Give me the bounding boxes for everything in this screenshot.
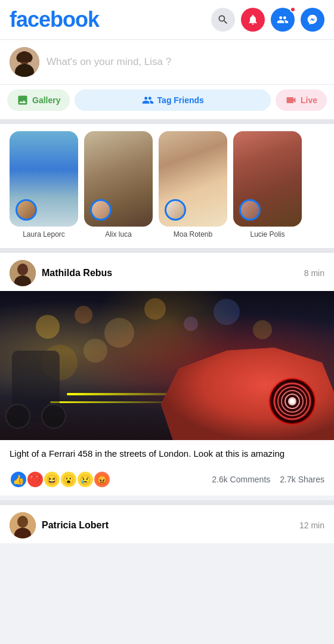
post-avatar (10, 260, 36, 286)
reaction-stats: 2.6k Comments 2.7k Shares (212, 475, 324, 484)
messenger-button[interactable] (301, 8, 324, 32)
next-post-username: Patricia Lobert (42, 520, 109, 531)
story-item[interactable]: Laura Leporc (10, 131, 78, 239)
story-avatar (16, 199, 37, 221)
story-name: Alix luca (105, 230, 132, 239)
story-name: Moa Rotenb (174, 230, 212, 239)
status-input[interactable]: What's on your mind, Lisa ? (47, 56, 324, 68)
story-card[interactable] (233, 131, 302, 227)
post-card: Mathilda Rebus 8 min (0, 253, 334, 496)
post-caption: Light of a Ferrari 458 in the streets of… (0, 440, 334, 467)
facebook-logo: facebook (10, 7, 99, 32)
story-avatar (90, 199, 112, 221)
haha-reaction[interactable]: 😆 (43, 470, 61, 488)
comments-count: 2.6k Comments (212, 475, 270, 484)
story-item[interactable]: Lucie Polis (233, 131, 302, 239)
stories-row: Laura Leporc Alix luca Moa Rotenb Lucie … (0, 131, 334, 239)
svg-point-6 (36, 315, 60, 339)
story-name: Lucie Polis (250, 230, 284, 239)
gallery-label: Gallery (32, 95, 60, 105)
story-name: Laura Leporc (23, 230, 65, 239)
avatar-silhouette (10, 47, 39, 77)
post-image (0, 291, 334, 440)
next-post-avatar-image (10, 512, 36, 538)
status-bar: What's on your mind, Lisa ? (0, 40, 334, 85)
notifications-button[interactable] (241, 8, 265, 32)
video-icon (285, 94, 297, 106)
header-icon-group (211, 8, 324, 32)
search-icon (217, 14, 229, 26)
next-post-user: Patricia Lobert (10, 512, 109, 538)
post-time: 8 min (304, 268, 324, 278)
post-username: Mathilda Rebus (42, 268, 112, 278)
car-scene (0, 291, 334, 440)
reaction-emojis: 👍 ❤️ 😆 😮 😢 😡 (10, 470, 111, 488)
avatar-image (10, 47, 39, 77)
shares-count: 2.7k Shares (280, 475, 324, 484)
user-avatar (10, 47, 39, 77)
story-card[interactable] (84, 131, 153, 227)
next-post-time: 12 min (299, 521, 324, 530)
post-header: Mathilda Rebus 8 min (0, 253, 334, 291)
story-card[interactable] (159, 131, 227, 227)
tag-friends-button[interactable]: Tag Friends (75, 89, 271, 111)
reactions-bar: 👍 ❤️ 😆 😮 😢 😡 2.6k Comments 2.7k Shares (0, 467, 334, 496)
story-card[interactable] (10, 131, 78, 227)
svg-point-7 (75, 306, 92, 324)
angry-reaction[interactable]: 😡 (93, 470, 111, 488)
stories-section: Laura Leporc Alix luca Moa Rotenb Lucie … (0, 124, 334, 253)
action-bar: Gallery Tag Friends Live (0, 85, 334, 124)
bell-icon (247, 14, 259, 26)
wow-reaction[interactable]: 😮 (60, 470, 78, 488)
svg-point-16 (6, 404, 30, 428)
svg-point-8 (104, 318, 134, 348)
search-button[interactable] (211, 8, 235, 32)
gallery-icon (17, 94, 29, 106)
svg-point-25 (290, 399, 295, 404)
ferrari-car (143, 309, 334, 440)
svg-point-17 (42, 404, 66, 428)
story-avatar (239, 199, 261, 221)
live-button[interactable]: Live (276, 89, 327, 111)
tag-icon (142, 94, 154, 106)
sad-reaction[interactable]: 😢 (76, 470, 94, 488)
next-post-avatar (10, 512, 36, 538)
svg-point-14 (84, 339, 107, 363)
story-item[interactable]: Alix luca (84, 131, 153, 239)
tag-friends-label: Tag Friends (157, 95, 204, 105)
friend-requests-badge (290, 7, 296, 13)
friends-icon (277, 14, 289, 26)
app-header: facebook (0, 0, 334, 40)
post-avatar-image (10, 260, 36, 286)
svg-point-28 (17, 516, 28, 528)
next-post-header: Patricia Lobert 12 min (0, 500, 334, 543)
svg-point-4 (17, 264, 28, 275)
gallery-button[interactable]: Gallery (7, 89, 70, 111)
post-user: Mathilda Rebus (10, 260, 112, 286)
love-reaction[interactable]: ❤️ (26, 470, 44, 488)
story-avatar (165, 199, 186, 221)
like-reaction[interactable]: 👍 (10, 470, 27, 488)
messenger-icon (307, 14, 318, 26)
live-label: Live (301, 95, 317, 105)
friend-requests-button[interactable] (271, 8, 295, 32)
story-item[interactable]: Moa Rotenb (159, 131, 227, 239)
